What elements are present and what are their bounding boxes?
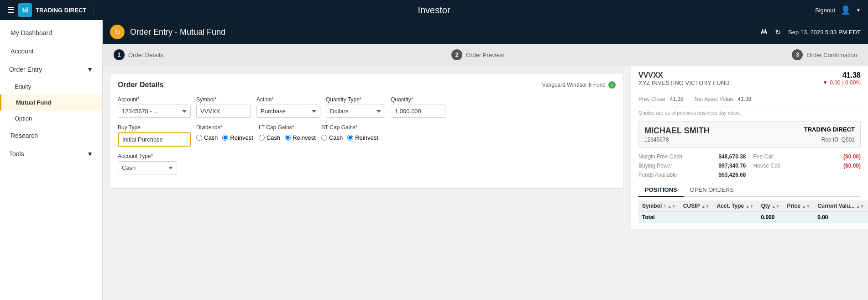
sidebar-item-order-entry[interactable]: Order Entry ▼: [0, 60, 102, 79]
st-cap-cash-label[interactable]: Cash: [321, 134, 343, 141]
order-entry-label: Order Entry: [9, 66, 42, 73]
dividends-reinvest-label[interactable]: Reinvest: [222, 134, 253, 141]
action-label: Action*: [256, 96, 320, 103]
lt-cap-cash-label[interactable]: Cash: [259, 134, 280, 141]
tab-positions[interactable]: POSITIONS: [638, 184, 684, 197]
funds-available-value: $53,426.68: [718, 172, 746, 178]
ticker-price: 41.38: [822, 71, 861, 79]
account-select[interactable]: 12345678 - ...: [118, 105, 191, 118]
ticker-name: XYZ INVESTING VICTORY FUND: [638, 79, 729, 86]
col-acct-type[interactable]: Acct. Type ▲▼: [713, 200, 757, 212]
print-icon[interactable]: 🖶: [760, 28, 768, 36]
sidebar-item-tools[interactable]: Tools ▼: [0, 145, 102, 163]
margin-free-cash-value: $48,670.38: [718, 153, 746, 160]
step-line-1: [171, 55, 444, 55]
lt-cap-reinvest-label[interactable]: Reinvest: [285, 134, 316, 141]
logo: td TRADING DIRECT: [18, 3, 86, 17]
order-entry-icon: ↻: [110, 25, 125, 39]
signout-link[interactable]: Signout: [815, 7, 835, 14]
quantity-type-select[interactable]: Dollars: [326, 105, 385, 118]
total-label: Total: [638, 212, 680, 223]
nav-stat: Net Asset Value 41.38: [695, 96, 752, 102]
action-select[interactable]: Purchase: [256, 105, 320, 118]
account-label: Account*: [118, 96, 191, 103]
ticker-header: VVVXX XYZ INVESTING VICTORY FUND 41.38 ▼…: [638, 71, 861, 90]
buying-power-row: Buying Power $97,340.76: [638, 163, 746, 169]
st-cap-reinvest-label[interactable]: Reinvest: [347, 134, 378, 141]
buy-type-select[interactable]: Initial Purchase: [118, 132, 191, 147]
fund-name: Vanguard Windsor II Fund: [542, 82, 606, 88]
sidebar-item-dashboard[interactable]: My Dashboard: [0, 24, 102, 42]
step-1: 1 Order Details: [114, 49, 163, 60]
dividends-cash-label[interactable]: Cash: [196, 134, 218, 141]
prev-close-label: Prev Close: [638, 96, 665, 102]
nav-right: Signout 👤 ▼: [815, 5, 861, 15]
margin-free-cash-label: Margin Free Cash: [638, 153, 682, 160]
col-qty[interactable]: Qty ▲▼: [757, 200, 783, 212]
lt-cap-label: LT Cap Gains*: [259, 124, 316, 131]
card-header: Order Details Vanguard Windsor II Fund ✓: [118, 81, 616, 89]
col-cusip[interactable]: CUSIP ▲▼: [680, 200, 713, 212]
datetime-label: Sep 13, 2023 5:33 PM EDT: [788, 29, 861, 36]
sidebar: My Dashboard Account Order Entry ▼ Equit…: [0, 20, 103, 300]
house-call-row: House Call ($0.00): [753, 163, 861, 169]
form-group-lt-cap: LT Cap Gains* Cash Reinvest: [259, 124, 316, 141]
ticker-left: VVVXX XYZ INVESTING VICTORY FUND: [638, 71, 729, 90]
step-2: 2 Order Preview: [451, 49, 504, 60]
account-number: 12345678: [644, 137, 669, 143]
sidebar-item-mutual-fund[interactable]: Mutual Fund: [0, 95, 102, 111]
st-cap-radio-group: Cash Reinvest: [321, 132, 378, 141]
step-3: 3 Order Confirmation: [792, 49, 857, 60]
total-cusip: [680, 212, 713, 223]
lt-cap-radio-group: Cash Reinvest: [259, 132, 316, 141]
dividends-cash-radio[interactable]: [196, 135, 202, 141]
account-type-select[interactable]: Cash: [118, 161, 177, 174]
lt-cap-cash-radio[interactable]: [259, 135, 265, 141]
user-icon[interactable]: 👤: [841, 5, 851, 15]
buying-power-label: Buying Power: [638, 163, 672, 169]
sidebar-item-research[interactable]: Research: [0, 126, 102, 145]
form-group-quantity-type: Quantity Type* Dollars: [326, 96, 385, 118]
step-1-circle: 1: [114, 49, 125, 60]
total-price: [784, 212, 814, 223]
symbol-label: Symbol*: [196, 96, 251, 103]
left-panel: Order Details Vanguard Windsor II Fund ✓…: [103, 66, 631, 229]
sidebar-item-equity[interactable]: Equity: [0, 79, 102, 95]
symbol-input[interactable]: [196, 105, 251, 118]
dividends-reinvest-radio[interactable]: [222, 135, 228, 141]
status-badge: ✓: [608, 81, 616, 89]
st-cap-reinvest-radio[interactable]: [347, 135, 353, 141]
total-row: Total 0.000 0.00: [638, 212, 868, 223]
refresh-icon[interactable]: ↻: [775, 28, 781, 37]
form-row-3: Account Type* Cash: [118, 153, 616, 174]
total-value: 0.00: [814, 212, 868, 223]
col-current-value[interactable]: Current Valu... ▲▼: [814, 200, 868, 212]
quantity-input[interactable]: [391, 105, 445, 118]
fund-label: Vanguard Windsor II Fund ✓: [542, 81, 616, 89]
order-details-card: Order Details Vanguard Windsor II Fund ✓…: [110, 73, 623, 189]
sidebar-item-option[interactable]: Option: [0, 111, 102, 126]
step-3-circle: 3: [792, 49, 803, 60]
col-symbol[interactable]: Symbol ↑ ▲▼: [638, 200, 680, 212]
st-cap-cash-radio[interactable]: [321, 135, 327, 141]
tab-open-orders[interactable]: OPEN ORDERS: [684, 184, 740, 197]
sidebar-item-account[interactable]: Account: [0, 42, 102, 60]
order-entry-chevron: ▼: [87, 66, 93, 73]
hamburger-icon[interactable]: ☰: [7, 5, 15, 15]
step-2-label: Order Preview: [466, 52, 504, 58]
form-group-quantity: Quantity*: [391, 96, 445, 118]
chevron-down-icon[interactable]: ▼: [856, 8, 861, 13]
rep-id: Rep ID: Q501: [821, 137, 855, 143]
lt-cap-reinvest-radio[interactable]: [285, 135, 291, 141]
tools-chevron: ▼: [87, 150, 93, 158]
main-layout: My Dashboard Account Order Entry ▼ Equit…: [0, 20, 868, 300]
page-header-title: Order Entry - Mutual Fund: [130, 27, 225, 37]
col-price[interactable]: Price ▲▼: [784, 200, 814, 212]
dividends-label: Dividends*: [196, 124, 253, 131]
form-group-symbol: Symbol*: [196, 96, 251, 118]
step-2-circle: 2: [451, 49, 462, 60]
logo-text: TRADING DIRECT: [36, 7, 86, 14]
down-arrow-icon: ▼: [822, 79, 828, 86]
positions-table: Symbol ↑ ▲▼ CUSIP ▲▼ Acct. Type ▲▼ Qty ▲…: [638, 200, 868, 223]
tools-label: Tools: [9, 150, 24, 158]
